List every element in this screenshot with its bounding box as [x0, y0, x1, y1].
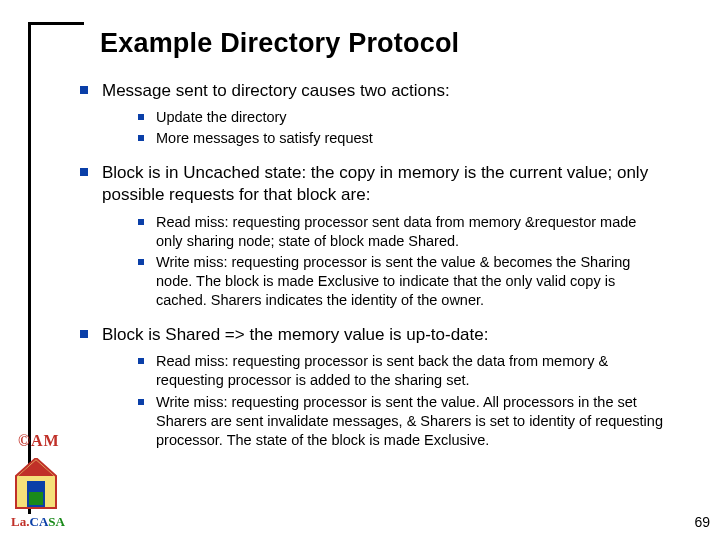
lacasa-label: La.CASA [8, 514, 68, 530]
copyright-am: ©AM [18, 432, 58, 450]
bullet-level2: Read miss: requesting processor sent dat… [138, 213, 700, 251]
bullet-level2: Read miss: requesting processor is sent … [138, 352, 700, 390]
lacasa-sa: SA [48, 514, 65, 529]
square-bullet-icon [138, 135, 144, 141]
square-bullet-icon [138, 399, 144, 405]
bullet-level1: Block is in Uncached state: the copy in … [80, 162, 700, 206]
lacasa-logo-icon [14, 458, 58, 510]
slide-body: Message sent to directory causes two act… [80, 80, 700, 464]
square-bullet-icon [138, 259, 144, 265]
page-number: 69 [694, 514, 710, 530]
svg-rect-3 [28, 482, 44, 492]
bullet-text: Write miss: requesting processor is sent… [156, 253, 666, 310]
bullet-text: Write miss: requesting processor is sent… [156, 393, 666, 450]
bullet-text: Read miss: requesting processor is sent … [156, 352, 666, 390]
bullet-level2-group: Read miss: requesting processor sent dat… [138, 213, 700, 311]
square-bullet-icon [80, 168, 88, 176]
bullet-text: Block is Shared => the memory value is u… [102, 324, 672, 346]
bullet-level2-group: Update the directory More messages to sa… [138, 108, 700, 148]
bullet-text: More messages to satisfy request [156, 129, 666, 148]
bullet-level2: Write miss: requesting processor is sent… [138, 393, 700, 450]
lacasa-ca: CA [30, 514, 49, 529]
bullet-text: Read miss: requesting processor sent dat… [156, 213, 666, 251]
square-bullet-icon [80, 86, 88, 94]
lacasa-la: La. [11, 514, 29, 529]
corner-rule-top [28, 22, 84, 25]
bullet-text: Update the directory [156, 108, 666, 127]
square-bullet-icon [138, 114, 144, 120]
square-bullet-icon [80, 330, 88, 338]
bullet-level2: More messages to satisfy request [138, 129, 700, 148]
bullet-level2: Update the directory [138, 108, 700, 127]
square-bullet-icon [138, 219, 144, 225]
bullet-text: Block is in Uncached state: the copy in … [102, 162, 672, 206]
bullet-level2-group: Read miss: requesting processor is sent … [138, 352, 700, 450]
bullet-text: Message sent to directory causes two act… [102, 80, 672, 102]
square-bullet-icon [138, 358, 144, 364]
bullet-level1: Message sent to directory causes two act… [80, 80, 700, 102]
bullet-level2: Write miss: requesting processor is sent… [138, 253, 700, 310]
slide-title: Example Directory Protocol [100, 28, 459, 59]
bullet-level1: Block is Shared => the memory value is u… [80, 324, 700, 346]
